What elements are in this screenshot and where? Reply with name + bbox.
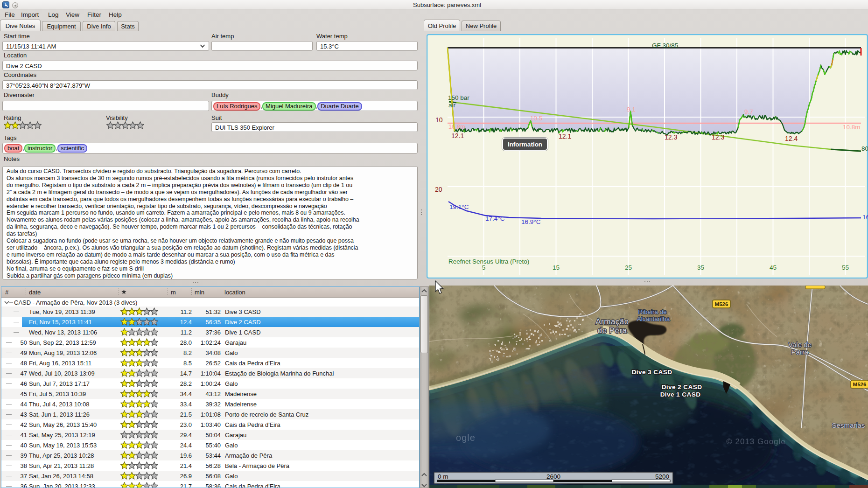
svg-text:Armação: Armação [595,317,629,326]
svg-text:M526: M526 [853,382,867,387]
svg-text:12.1: 12.1 [451,132,464,139]
svg-text:Dive 2 CASD: Dive 2 CASD [662,383,702,390]
svg-text:35: 35 [697,264,704,271]
svg-text:20: 20 [435,186,442,193]
svg-text:12.1: 12.1 [559,132,571,140]
svg-text:9.1: 9.1 [627,106,636,113]
svg-text:80: 80 [861,145,868,152]
svg-text:16: 16 [862,214,868,221]
svg-text:GF 30/85: GF 30/85 [652,42,678,49]
svg-text:Reefnet Sensus Ultra (Preto): Reefnet Sensus Ultra (Preto) [448,258,529,265]
svg-text:12.3: 12.3 [712,133,724,141]
svg-text:Dive 3 CASD: Dive 3 CASD [632,369,672,376]
svg-text:Information: Information [508,141,542,148]
svg-text:M526: M526 [715,301,728,307]
svg-text:Dive 1 CASD: Dive 1 CASD [660,391,701,398]
svg-text:Ribeira de: Ribeira de [638,308,667,315]
svg-text:10: 10 [435,116,443,124]
svg-text:Vale de: Vale de [788,341,812,349]
svg-text:9.7: 9.7 [744,108,753,115]
svg-text:25: 25 [625,264,632,271]
svg-text:5200: 5200 [655,473,669,480]
svg-text:Parra: Parra [791,348,809,356]
svg-text:5: 5 [482,264,486,271]
svg-text:ogle: ogle [456,432,476,443]
svg-text:15: 15 [553,264,560,271]
svg-text:45: 45 [770,264,777,271]
svg-text:55: 55 [842,264,849,271]
svg-text:16.9°C: 16.9°C [521,218,541,225]
svg-text:air: air [448,102,456,109]
svg-text:Alcantarilha: Alcantarilha [637,315,670,322]
svg-text:© 2013 Google: © 2013 Google [726,437,786,446]
svg-text:2600: 2600 [546,473,560,480]
svg-text:12.4: 12.4 [785,135,798,142]
svg-text:10.8m: 10.8m [843,124,861,131]
svg-text:de Pêra: de Pêra [597,326,627,335]
svg-text:10.5: 10.5 [530,115,542,122]
svg-text:10.8m: 10.8m [448,123,465,130]
svg-text:0 m: 0 m [438,473,448,480]
svg-text:12.3: 12.3 [665,133,677,141]
svg-text:Sesmarias: Sesmarias [832,421,865,429]
svg-text:150 bar: 150 bar [448,94,469,101]
